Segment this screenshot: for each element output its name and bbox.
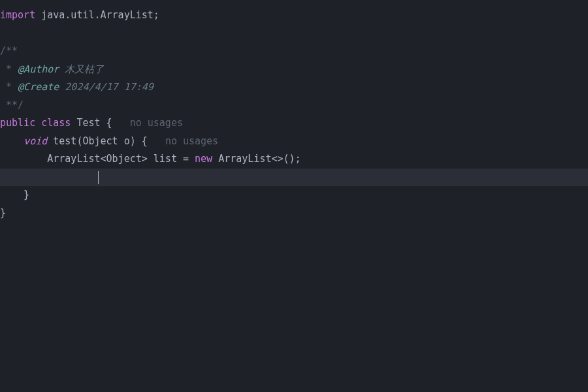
code-line[interactable] [0, 25, 588, 43]
open-brace: { [142, 135, 148, 147]
close-brace: } [0, 207, 6, 219]
code-line[interactable]: } [0, 186, 588, 204]
text-cursor [98, 171, 99, 184]
method-name: test [47, 135, 76, 147]
javadoc-close: **/ [0, 99, 24, 111]
javadoc-author-value: 木又枯了 [59, 63, 104, 75]
javadoc-open: /** [0, 45, 18, 57]
javadoc-create-value: 2024/4/17 17:49 [59, 81, 154, 93]
import-package: java.util.ArrayList [35, 9, 154, 21]
indent [0, 153, 47, 165]
usages-hint[interactable]: no usages [130, 117, 183, 129]
call-parens: () [284, 153, 295, 165]
spacer [112, 117, 130, 129]
code-line[interactable]: public class Test { no usages [0, 114, 588, 133]
ctor-name: ArrayList [212, 153, 271, 165]
code-line[interactable]: import java.util.ArrayList; [0, 7, 588, 25]
keyword-void: void [24, 135, 47, 147]
code-line[interactable]: } [0, 204, 588, 223]
indent [0, 135, 24, 147]
close-brace: } [0, 189, 29, 201]
type-arraylist: ArrayList [47, 153, 100, 165]
diamond: <> [271, 153, 283, 165]
keyword-class: class [35, 117, 71, 129]
generic-close: > [142, 153, 148, 165]
param-name: o [118, 135, 130, 147]
semicolon: ; [154, 9, 159, 21]
semicolon: ; [295, 153, 301, 165]
assign: = [183, 153, 195, 165]
code-editor[interactable]: import java.util.ArrayList; /** * @Autho… [0, 0, 588, 392]
javadoc-tag-create: @Create [18, 81, 59, 93]
code-line[interactable]: **/ [0, 97, 588, 115]
open-brace: { [106, 117, 112, 129]
paren-close: ) [130, 135, 142, 147]
keyword-new: new [195, 153, 212, 165]
code-line[interactable]: void test(Object o) { no usages [0, 133, 588, 151]
variable-name: list [148, 153, 183, 165]
code-line[interactable]: /** [0, 42, 588, 61]
usages-hint[interactable]: no usages [165, 135, 218, 147]
code-line[interactable]: * @Author 木又枯了 [0, 61, 588, 79]
spacer [148, 135, 165, 147]
keyword-public: public [0, 117, 35, 129]
keyword-import: import [0, 9, 35, 21]
javadoc-tag-author: @Author [18, 63, 59, 75]
class-name: Test [71, 117, 106, 129]
javadoc-star: * [0, 63, 18, 75]
param-type: Object [82, 135, 118, 147]
generic-open: < [101, 153, 106, 165]
javadoc-star: * [0, 81, 18, 93]
generic-type: Object [106, 153, 142, 165]
code-line[interactable]: * @Create 2024/4/17 17:49 [0, 78, 588, 97]
code-line-active[interactable] [0, 169, 588, 187]
code-line[interactable]: ArrayList<Object> list = new ArrayList<>… [0, 150, 588, 169]
